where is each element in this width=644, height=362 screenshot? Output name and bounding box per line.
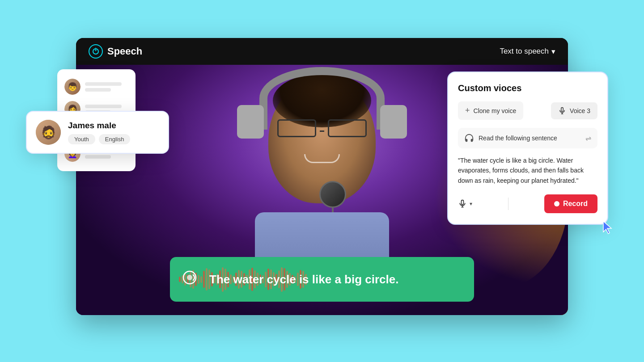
subtitles-bar: The water cycle is like a big circle. [170, 257, 474, 302]
mic-icon [558, 107, 566, 115]
svg-rect-9 [462, 200, 464, 205]
headphone-icon [464, 133, 474, 143]
plus-icon: + [465, 106, 470, 115]
header-bar: Speech Text to speech ▾ [76, 38, 568, 65]
svg-rect-4 [561, 107, 564, 111]
james-tag-english: English [99, 134, 131, 144]
voice-lines-1 [85, 82, 128, 92]
sentence-text: "The water cycle is like a big circle. W… [458, 156, 597, 185]
custom-voices-card: Custom vioces + Clone my voice Voice 3 [447, 72, 608, 225]
tts-dropdown-button[interactable]: Text to speech ▾ [500, 47, 555, 56]
james-tag-youth: Youth [68, 134, 95, 144]
voice-avatar-1: 👦 [64, 79, 80, 95]
tts-label: Text to speech [500, 47, 549, 56]
james-avatar: 🧔 [36, 120, 61, 145]
mic-small-icon [458, 199, 467, 208]
chevron-down-icon: ▾ [551, 47, 555, 56]
james-tags: Youth English [68, 134, 159, 144]
james-name: James male [68, 121, 159, 130]
mic-dropdown[interactable]: ▾ [458, 199, 472, 208]
voice-line-long [85, 105, 122, 108]
voice-line-short [85, 155, 111, 159]
read-sentence-left: Read the following sentence [464, 133, 557, 143]
app-title: Speech [107, 46, 142, 57]
james-info: James male Youth English [68, 121, 159, 144]
read-sentence-row: Read the following sentence ⇌ [458, 128, 597, 148]
voice3-label: Voice 3 [570, 107, 590, 114]
cursor [602, 220, 614, 233]
voice-line-long [85, 82, 122, 86]
clone-voice-label: Clone my voice [474, 107, 517, 114]
shuffle-icon[interactable]: ⇌ [585, 134, 591, 143]
vertical-divider [508, 198, 508, 210]
record-dot-icon [554, 201, 559, 206]
mic-dropdown-arrow: ▾ [470, 201, 472, 207]
voice-line-short [85, 88, 111, 92]
speaker-icon [181, 269, 202, 290]
svg-point-3 [187, 275, 192, 280]
subtitles-content: The water cycle is like a big circle. [181, 269, 398, 290]
card-footer: ▾ Record [458, 194, 597, 213]
custom-voices-title: Custom vioces [458, 83, 597, 93]
subtitles-text: The water cycle is like a big circle. [209, 273, 398, 286]
voice-list-item[interactable]: 👦 [63, 76, 130, 98]
record-label: Record [563, 200, 588, 208]
read-sentence-label: Read the following sentence [479, 135, 557, 142]
james-voice-card[interactable]: 🧔 James male Youth English [26, 111, 169, 154]
app-logo-icon [89, 44, 103, 59]
clone-voice-row: + Clone my voice Voice 3 [458, 101, 597, 120]
record-button[interactable]: Record [544, 194, 597, 213]
logo-area: Speech [89, 44, 142, 59]
voice3-button[interactable]: Voice 3 [551, 102, 597, 119]
clone-voice-button[interactable]: + Clone my voice [458, 101, 523, 120]
